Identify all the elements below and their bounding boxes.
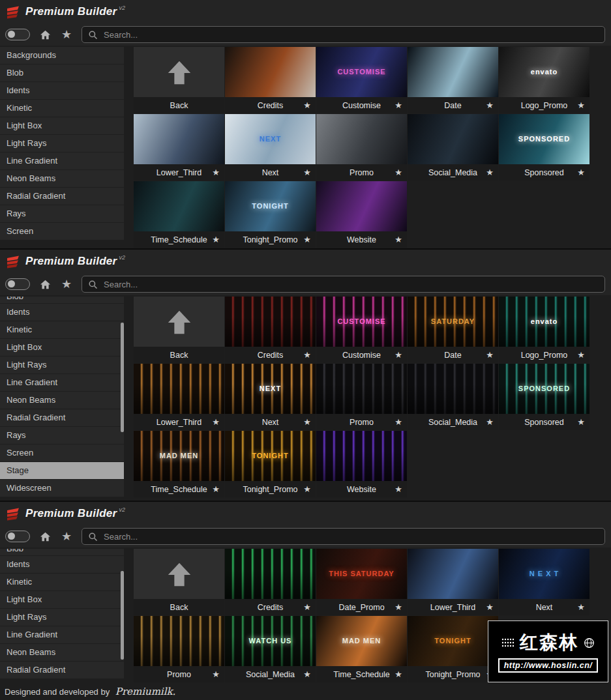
sidebar-item-light-box[interactable]: Light Box (0, 339, 124, 356)
favorite-star-icon[interactable]: ★ (303, 350, 311, 360)
template-thumbnail[interactable]: MAD MEN (134, 431, 224, 481)
favorite-star-icon[interactable]: ★ (303, 168, 311, 177)
search-box[interactable] (82, 26, 605, 43)
template-thumbnail[interactable] (408, 549, 498, 599)
template-thumbnail[interactable] (134, 364, 224, 414)
favorite-star-icon[interactable]: ★ (303, 602, 311, 612)
sidebar-item-blob[interactable]: Blob (0, 65, 124, 81)
template-thumbnail[interactable] (134, 181, 224, 231)
template-thumbnail[interactable]: envato (499, 47, 589, 97)
template-cell-logo_promo[interactable]: envato Logo_Promo ★ (499, 47, 589, 113)
favorite-star-icon[interactable]: ★ (395, 484, 402, 494)
template-thumbnail[interactable] (225, 549, 316, 599)
template-thumbnail[interactable] (408, 114, 498, 164)
template-cell-credits[interactable]: Credits ★ (225, 297, 316, 363)
template-thumbnail[interactable]: TONIGHT (408, 616, 498, 666)
favorites-toggle[interactable] (5, 29, 30, 40)
favorite-star-icon[interactable]: ★ (486, 100, 494, 110)
template-thumbnail[interactable] (134, 549, 224, 599)
search-input[interactable] (102, 279, 599, 290)
favorite-star-icon[interactable]: ★ (212, 417, 220, 427)
template-cell-time_schedule[interactable]: MAD MEN Time_Schedule ★ (134, 431, 224, 497)
favorite-star-icon[interactable]: ★ (303, 484, 311, 494)
template-thumbnail[interactable] (134, 47, 224, 97)
sidebar-item-backgrounds[interactable]: Backgrounds (0, 47, 124, 64)
favorite-star-icon[interactable]: ★ (577, 417, 585, 427)
template-thumbnail[interactable] (225, 297, 316, 347)
template-cell-credits[interactable]: Credits ★ (225, 549, 316, 615)
back-button[interactable]: Back ★ (134, 549, 224, 615)
sidebar-item-line-gradient[interactable]: Line Gradient (0, 626, 124, 643)
template-thumbnail[interactable]: THIS SATURDAY (316, 549, 407, 599)
favorites-star-icon[interactable]: ★ (60, 530, 73, 543)
template-thumbnail[interactable]: CUSTOMISE (316, 47, 407, 97)
template-cell-promo[interactable]: Promo ★ (316, 364, 407, 430)
sidebar-item-idents[interactable]: Idents (0, 82, 124, 99)
template-cell-date[interactable]: SATURDAY Date ★ (408, 297, 498, 363)
template-cell-credits[interactable]: Credits ★ (225, 47, 316, 113)
template-thumbnail[interactable] (408, 364, 498, 414)
favorite-star-icon[interactable]: ★ (395, 417, 402, 427)
template-thumbnail[interactable]: TONIGHT (225, 181, 316, 231)
back-button[interactable]: Back ★ (134, 297, 224, 363)
template-cell-promo[interactable]: Promo ★ (316, 114, 407, 181)
template-thumbnail[interactable]: SPONSORED (499, 364, 589, 414)
search-box[interactable] (82, 528, 605, 545)
template-cell-time_schedule[interactable]: MAD MEN Time_Schedule ★ (316, 616, 407, 682)
favorites-toggle[interactable] (5, 278, 30, 290)
template-thumbnail[interactable] (316, 364, 407, 414)
template-thumbnail[interactable]: CUSTOMISE (316, 297, 407, 347)
template-cell-logo_promo[interactable]: envato Logo_Promo ★ (499, 297, 589, 363)
template-thumbnail[interactable] (225, 47, 316, 97)
template-thumbnail[interactable]: N E X T (499, 549, 589, 599)
sidebar-item-screen[interactable]: Screen (0, 223, 124, 240)
sidebar-item-kinetic[interactable]: Kinetic (0, 574, 124, 591)
template-thumbnail[interactable] (316, 431, 407, 481)
template-thumbnail[interactable]: MAD MEN (316, 616, 407, 666)
template-cell-time_schedule[interactable]: Time_Schedule ★ (134, 181, 224, 248)
sidebar-item-light-rays[interactable]: Light Rays (0, 609, 124, 626)
sidebar-item-kinetic[interactable]: Kinetic (0, 100, 124, 117)
sidebar-item-line-gradient[interactable]: Line Gradient (0, 153, 124, 169)
search-input[interactable] (102, 531, 599, 542)
template-thumbnail[interactable]: SATURDAY (408, 297, 498, 347)
sidebar-item-clipped[interactable]: Blob (0, 297, 124, 303)
sidebar-item-rays[interactable]: Rays (0, 427, 124, 444)
template-cell-tonight_promo[interactable]: TONIGHT Tonight_Promo ★ (225, 431, 316, 497)
template-thumbnail[interactable]: NEXT (225, 114, 316, 164)
template-cell-date_promo[interactable]: THIS SATURDAY Date_Promo ★ (316, 549, 407, 615)
sidebar-item-kinetic[interactable]: Kinetic (0, 321, 124, 338)
sidebar-item-neon-beams[interactable]: Neon Beams (0, 392, 124, 409)
favorite-star-icon[interactable]: ★ (395, 168, 402, 177)
favorite-star-icon[interactable]: ★ (212, 168, 220, 177)
sidebar-item-light-box[interactable]: Light Box (0, 591, 124, 608)
template-cell-promo[interactable]: Promo ★ (134, 616, 224, 682)
favorite-star-icon[interactable]: ★ (486, 168, 494, 177)
favorite-star-icon[interactable]: ★ (395, 100, 402, 110)
favorite-star-icon[interactable]: ★ (395, 602, 402, 612)
favorite-star-icon[interactable]: ★ (486, 602, 494, 612)
favorite-star-icon[interactable]: ★ (577, 100, 585, 110)
template-cell-sponsored[interactable]: SPONSORED Sponsored ★ (499, 364, 589, 430)
favorite-star-icon[interactable]: ★ (212, 484, 220, 494)
favorite-star-icon[interactable]: ★ (303, 417, 311, 427)
template-cell-tonight_promo[interactable]: TONIGHT Tonight_Promo ★ (225, 181, 316, 248)
sidebar-item-light-box[interactable]: Light Box (0, 117, 124, 134)
search-box[interactable] (82, 276, 605, 293)
sidebar-item-light-rays[interactable]: Light Rays (0, 135, 124, 152)
sidebar-item-light-rays[interactable]: Light Rays (0, 357, 124, 373)
sidebar-item-neon-beams[interactable]: Neon Beams (0, 644, 124, 661)
sidebar-item-idents[interactable]: Idents (0, 304, 124, 321)
template-thumbnail[interactable]: envato (499, 297, 589, 347)
template-thumbnail[interactable]: NEXT (225, 364, 316, 414)
template-cell-date[interactable]: Date ★ (408, 47, 498, 113)
favorite-star-icon[interactable]: ★ (303, 669, 311, 679)
favorite-star-icon[interactable]: ★ (212, 235, 220, 244)
template-cell-sponsored[interactable]: SPONSORED Sponsored ★ (499, 114, 589, 181)
template-thumbnail[interactable] (134, 616, 224, 666)
template-thumbnail[interactable] (134, 114, 224, 164)
favorite-star-icon[interactable]: ★ (395, 669, 402, 679)
template-cell-social_media[interactable]: Social_Media ★ (408, 364, 498, 430)
template-cell-lower_third[interactable]: Lower_Third ★ (134, 364, 224, 430)
sidebar-item-idents[interactable]: Idents (0, 556, 124, 573)
